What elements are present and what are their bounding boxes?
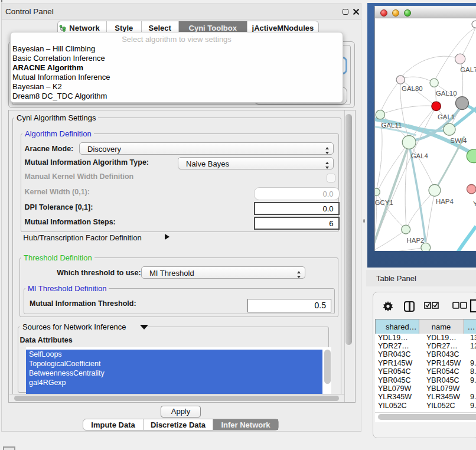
- svg-text:HAP4: HAP4: [436, 198, 454, 205]
- svg-text:GAL10: GAL10: [436, 90, 457, 97]
- svg-text:HAP2: HAP2: [407, 237, 425, 244]
- svg-text:GAL80: GAL80: [402, 85, 423, 92]
- svg-text:GAL7: GAL7: [460, 66, 476, 73]
- svg-text:GAL1: GAL1: [438, 113, 455, 120]
- svg-text:GCY1: GCY1: [375, 199, 393, 206]
- svg-text:GAL4: GAL4: [411, 152, 429, 159]
- svg-text:YJ: YJ: [473, 200, 476, 207]
- svg-text:GAL11: GAL11: [382, 122, 402, 129]
- svg-text:SWI4: SWI4: [450, 137, 467, 144]
